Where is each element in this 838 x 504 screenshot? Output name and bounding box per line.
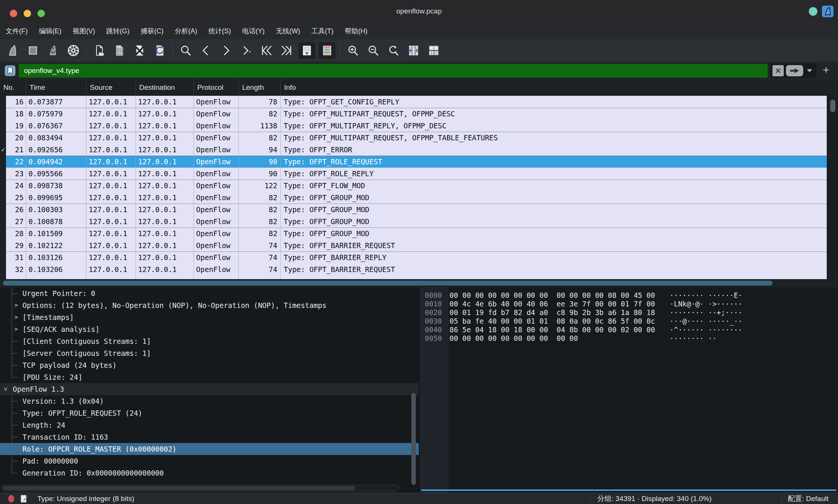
- detail-row[interactable]: Role: OFPCR_ROLE_MASTER (0x00000002): [0, 443, 419, 455]
- packet-row[interactable]: 200.083494127.0.0.1127.0.0.1OpenFlow82Ty…: [0, 132, 827, 144]
- zoom-window-button[interactable]: [37, 10, 45, 17]
- last-packet-button[interactable]: [278, 42, 295, 59]
- detail-row[interactable]: Version: 1.3 (0x04): [0, 395, 419, 407]
- zoom-reset-button[interactable]: [385, 42, 402, 59]
- hex-row[interactable]: 000000 00 00 00 00 00 00 00 00 00 00 00 …: [420, 291, 838, 300]
- detail-row[interactable]: Generation ID: 0x0000000000000000: [0, 467, 419, 479]
- menu-edit[interactable]: 编辑(E): [39, 27, 61, 36]
- apply-filter-button[interactable]: [786, 65, 803, 76]
- column-header-source[interactable]: Source: [86, 79, 136, 96]
- detail-row[interactable]: >Options: (12 bytes), No-Operation (NOP)…: [0, 299, 419, 311]
- column-header-protocol[interactable]: Protocol: [194, 79, 239, 96]
- detail-row[interactable]: Pad: 00000000: [0, 455, 419, 467]
- menu-statistics[interactable]: 统计(S): [208, 27, 231, 36]
- packet-row[interactable]: 260.100303127.0.0.1127.0.0.1OpenFlow82Ty…: [0, 204, 827, 216]
- display-filter-input[interactable]: openflow_v4.type: [19, 64, 768, 77]
- minimize-window-button[interactable]: [24, 10, 31, 17]
- colorize-packets-button[interactable]: [319, 42, 335, 59]
- hex-row[interactable]: 003005 ba fe 40 00 00 01 01 08 0a 00 0c …: [420, 317, 838, 326]
- column-header-info[interactable]: Info: [281, 79, 838, 96]
- column-header-no[interactable]: No.: [0, 79, 26, 96]
- packet-list-vscroll-thumb[interactable]: [830, 100, 835, 112]
- expert-info-icon[interactable]: [8, 495, 14, 503]
- detail-row[interactable]: Length: 24: [0, 419, 419, 431]
- bytes-hscroll-thumb[interactable]: [421, 489, 837, 491]
- packet-list-hscroll-thumb[interactable]: [3, 281, 773, 285]
- packet-row[interactable]: 180.075979127.0.0.1127.0.0.1OpenFlow82Ty…: [0, 108, 827, 120]
- detail-row[interactable]: >OpenFlow 1.3: [0, 383, 419, 395]
- menu-capture[interactable]: 捕获(C): [141, 27, 164, 36]
- go-forward-button[interactable]: [218, 42, 234, 59]
- packet-row[interactable]: 310.103126127.0.0.1127.0.0.1OpenFlow74Ty…: [0, 251, 827, 263]
- packet-cell-no: 28: [6, 227, 26, 239]
- expander-closed-icon[interactable]: >: [13, 299, 19, 311]
- hex-row[interactable]: 001000 4c 4e 6b 40 00 40 06 ee 3e 7f 00 …: [420, 300, 838, 308]
- packet-row[interactable]: 320.103206127.0.0.1127.0.0.1OpenFlow74Ty…: [0, 263, 827, 275]
- chevron-right-icon: [220, 44, 232, 57]
- menu-tools[interactable]: 工具(T): [311, 27, 333, 36]
- detail-row[interactable]: Transaction ID: 1163: [0, 431, 419, 443]
- capture-stop-button[interactable]: [25, 42, 41, 59]
- layout-123-button[interactable]: 123: [426, 42, 442, 59]
- detail-row[interactable]: Urgent Pointer: 0: [0, 287, 419, 299]
- detail-row[interactable]: [Client Contiguous Streams: 1]: [0, 335, 419, 347]
- zoom-out-button[interactable]: [365, 42, 381, 59]
- capture-comment-icon[interactable]: [19, 494, 28, 503]
- go-to-packet-button[interactable]: [238, 42, 255, 59]
- detail-row[interactable]: >[Timestamps]: [0, 311, 419, 323]
- reload-capture-file-button[interactable]: [152, 42, 168, 59]
- packet-row[interactable]: 290.102122127.0.0.1127.0.0.1OpenFlow74Ty…: [0, 239, 827, 251]
- detail-row[interactable]: TCP payload (24 bytes): [0, 359, 419, 371]
- menu-file[interactable]: 文件(F): [6, 27, 28, 36]
- detail-hscroll-thumb[interactable]: [3, 486, 356, 490]
- packet-row[interactable]: 280.101509127.0.0.1127.0.0.1OpenFlow82Ty…: [0, 227, 827, 239]
- filter-dropdown-caret[interactable]: [807, 69, 812, 72]
- expander-closed-icon[interactable]: >: [13, 311, 19, 323]
- hex-row[interactable]: 002000 01 19 fd b7 82 d4 a0 c8 9b 2b 3b …: [420, 308, 838, 317]
- detail-row[interactable]: [PDU Size: 24]: [0, 371, 419, 383]
- go-back-button[interactable]: [198, 42, 214, 59]
- capture-start-button[interactable]: [4, 42, 21, 59]
- packet-row[interactable]: 240.098738127.0.0.1127.0.0.1OpenFlow122T…: [0, 180, 827, 192]
- column-header-destination[interactable]: Destination: [136, 79, 194, 96]
- status-packet-counts: 分组: 34391 · Displayed: 340 (1.0%): [591, 494, 781, 504]
- packet-row[interactable]: 220.094942127.0.0.1127.0.0.1OpenFlow90Ty…: [0, 156, 827, 168]
- column-header-length[interactable]: Length: [239, 79, 281, 96]
- close-window-button[interactable]: [10, 10, 17, 17]
- packet-row[interactable]: 270.100878127.0.0.1127.0.0.1OpenFlow82Ty…: [0, 216, 827, 227]
- auto-scroll-button[interactable]: [299, 42, 315, 59]
- menu-help[interactable]: 帮助(H): [345, 27, 368, 36]
- packet-row[interactable]: ✓210.092656127.0.0.1127.0.0.1OpenFlow94T…: [0, 144, 827, 156]
- first-packet-button[interactable]: [258, 42, 275, 59]
- zoom-in-button[interactable]: [345, 42, 361, 59]
- detail-row[interactable]: [Server Contiguous Streams: 1]: [0, 347, 419, 359]
- add-filter-button[interactable]: +: [819, 64, 834, 76]
- expander-closed-icon[interactable]: >: [13, 323, 19, 335]
- packet-row[interactable]: 190.076367127.0.0.1127.0.0.1OpenFlow1138…: [0, 120, 827, 132]
- detail-row[interactable]: Type: OFPT_ROLE_REQUEST (24): [0, 407, 419, 419]
- menu-wireless[interactable]: 无线(W): [276, 27, 300, 36]
- capture-options-button[interactable]: [65, 42, 82, 59]
- status-profile[interactable]: 配置: Default: [782, 494, 838, 504]
- find-packet-button[interactable]: [177, 42, 194, 59]
- detail-row[interactable]: >[SEQ/ACK analysis]: [0, 323, 419, 335]
- close-capture-file-button[interactable]: [131, 42, 148, 59]
- resize-columns-button[interactable]: [405, 42, 422, 59]
- hex-row[interactable]: 005000 00 00 00 00 00 00 00 00 00·······…: [420, 334, 838, 343]
- expander-open-icon[interactable]: >: [0, 386, 12, 392]
- menu-telephony[interactable]: 电话(Y): [242, 27, 265, 36]
- column-header-time[interactable]: Time: [26, 79, 86, 96]
- capture-restart-button[interactable]: [45, 42, 61, 59]
- menu-analyze[interactable]: 分析(A): [175, 27, 197, 36]
- menu-go[interactable]: 跳转(G): [106, 27, 129, 36]
- packet-row[interactable]: 160.073877127.0.0.1127.0.0.1OpenFlow78Ty…: [0, 96, 827, 108]
- detail-vscroll-thumb[interactable]: [411, 393, 416, 485]
- filter-bookmark-button[interactable]: [4, 64, 16, 77]
- packet-row[interactable]: 250.099695127.0.0.1127.0.0.1OpenFlow82Ty…: [0, 192, 827, 204]
- save-capture-file-button[interactable]: 010100110101110: [111, 42, 128, 59]
- packet-row[interactable]: 230.095566127.0.0.1127.0.0.1OpenFlow90Ty…: [0, 168, 827, 180]
- clear-filter-button[interactable]: [773, 65, 784, 76]
- open-capture-file-button[interactable]: [91, 42, 107, 59]
- menu-view[interactable]: 视图(V): [73, 27, 95, 36]
- hex-row[interactable]: 004086 5e 04 18 00 18 00 00 04 8b 00 00 …: [420, 326, 838, 334]
